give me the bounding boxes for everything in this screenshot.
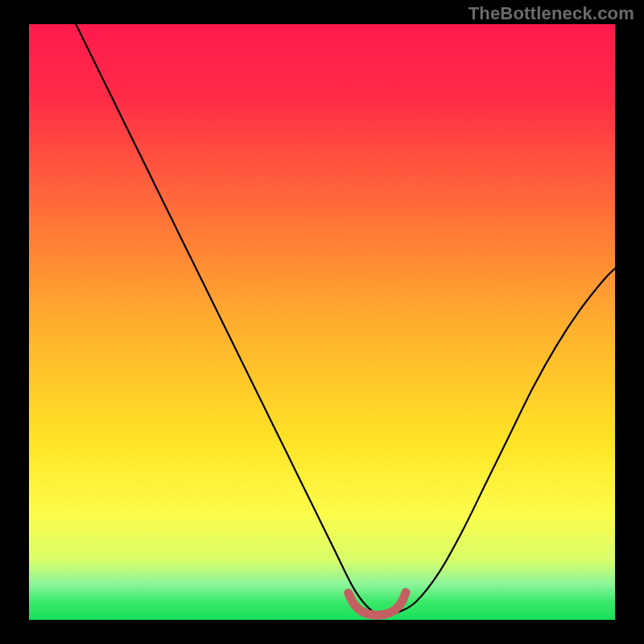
- chart-frame: TheBottleneck.com: [0, 0, 644, 644]
- chart-svg: [0, 0, 644, 644]
- watermark-text: TheBottleneck.com: [469, 3, 634, 24]
- plot-background: [29, 24, 615, 620]
